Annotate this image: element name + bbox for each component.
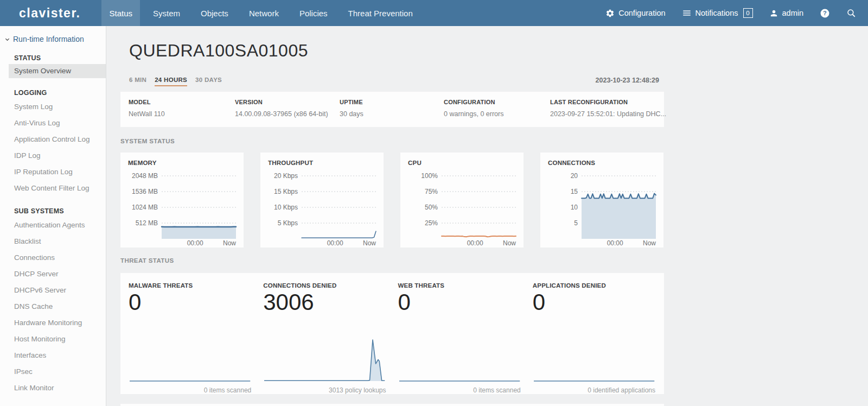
threat-panel-malware-threats: MALWARE THREATS00 items scanned [129,282,251,394]
notifications-button[interactable]: Notifications 0 [682,8,753,18]
sidebar-item-system-log[interactable]: System Log [0,99,106,115]
chevron-down-icon [4,36,10,42]
sidebar-item-ip-reputation-log[interactable]: IP Reputation Log [0,164,106,180]
threat-value: 0 [398,290,521,315]
info-value: 14.00.09.08-37965 (x86 64-bit) [235,110,340,118]
sidebar-item-host-monitoring[interactable]: Host Monitoring [0,331,106,347]
info-cell-last-reconfiguration: LAST RECONFIGURATION2023-09-27 15:52:01:… [550,99,674,127]
sidebar-section-sub-systems: SUB SYSTEMS [14,207,106,215]
info-label: LAST RECONFIGURATION [550,99,674,105]
gear-icon [605,9,615,18]
svg-text:50%: 50% [425,204,438,211]
system-status-section-label: SYSTEM STATUS [120,138,664,144]
notifications-label: Notifications [695,9,738,17]
svg-text:Now: Now [643,239,656,246]
threat-status-panel: MALWARE THREATS00 items scannedCONNECTIO… [120,273,664,394]
info-cell-model: MODELNetWall 110 [129,99,235,127]
help-icon: ? [820,8,830,18]
configuration-button[interactable]: Configuration [605,9,665,18]
info-value: NetWall 110 [129,110,235,118]
svg-text:10: 10 [571,204,578,211]
threat-value: 3006 [263,290,386,315]
threat-panel-web-threats: WEB THREATS00 items scanned [398,282,521,394]
threat-panel-connections-denied: CONNECTIONS DENIED30063013 policy lookup… [263,282,386,394]
device-info-panel: MODELNetWall 110VERSION14.00.09.08-37965… [120,92,664,127]
clavister-logo: clavister. [19,0,80,26]
time-range-tabs: 6 MIN24 HOURS30 DAYS 2023-10-23 12:48:29 [129,77,664,86]
sidebar-item-authentication-agents[interactable]: Authentication Agents [0,217,106,233]
time-range-tab-24-hours[interactable]: 24 HOURS [155,77,187,86]
info-cell-version: VERSION14.00.09.08-37965 (x86 64-bit) [235,99,340,127]
svg-text:15: 15 [571,188,578,195]
time-range-tab-group: 6 MIN24 HOURS30 DAYS [129,77,230,86]
nav-item-status[interactable]: Status [101,0,140,26]
sidebar-item-link-monitor[interactable]: Link Monitor [0,380,106,396]
navbar-right: Configuration Notifications 0 admin ? [605,0,856,26]
page-title: QUEDRA100SA01005 [129,41,664,61]
sidebar-item-interfaces[interactable]: Interfaces [0,347,106,364]
sidebar-item-system-overview[interactable]: System Overview [9,64,106,78]
sidebar-section-status: STATUS [14,54,106,62]
chart-title: CONNECTIONS [548,160,663,166]
sidebar-item-dhcp-server[interactable]: DHCP Server [0,266,106,282]
svg-text:20 Kbps: 20 Kbps [274,172,298,180]
sidebar-item-idp-log[interactable]: IDP Log [0,148,106,164]
nav-item-objects[interactable]: Objects [193,0,236,26]
help-button[interactable]: ? [820,8,830,18]
threat-value: 0 [129,290,251,315]
system-chart-cpu: CPU100%75%50%25%00:00Now [400,153,524,248]
nav-item-threat-prevention[interactable]: Threat Prevention [341,0,420,26]
search-icon [846,8,856,18]
svg-text:1024 MB: 1024 MB [132,204,158,211]
web-threats-sparkline [398,335,521,385]
svg-text:00:00: 00:00 [187,239,203,246]
applications-denied-sparkline [533,335,655,385]
info-cell-uptime: UPTIME30 days [340,99,444,127]
svg-text:20: 20 [571,172,578,180]
sidebar-item-connections[interactable]: Connections [0,250,106,266]
sidebar-item-hardware-monitoring[interactable]: Hardware Monitoring [0,315,106,331]
threat-status-section-label: THREAT STATUS [120,257,664,264]
time-range-tab-6-min[interactable]: 6 MIN [129,77,146,86]
sidebar-item-anti-virus-log[interactable]: Anti-Virus Log [0,115,106,131]
svg-text:Now: Now [223,239,236,246]
threat-panel-applications-denied: APPLICATIONS DENIED00 identified applica… [533,282,655,394]
sidebar-root-runtime-information[interactable]: Run-time Information [4,35,106,43]
system-chart-memory: MEMORY2048 MB1536 MB1024 MB512 MB00:00No… [120,153,244,248]
sidebar-item-ipsec[interactable]: IPsec [0,364,106,380]
system-status-charts: MEMORY2048 MB1536 MB1024 MB512 MB00:00No… [120,153,664,248]
sidebar-item-application-control-log[interactable]: Application Control Log [0,131,106,148]
time-range-tab-30-days[interactable]: 30 DAYS [195,77,222,86]
threat-caption: 0 items scanned [129,386,251,394]
sidebar-section-logging: LOGGING [14,89,106,97]
sidebar-item-blacklist[interactable]: Blacklist [0,233,106,250]
sidebar-item-web-content-filter-log[interactable]: Web Content Filter Log [0,180,106,196]
main-content: QUEDRA100SA01005 6 MIN24 HOURS30 DAYS 20… [107,26,868,406]
info-value: 30 days [340,110,444,118]
info-value: 2023-09-27 15:52:01: Updating DHC... [550,110,674,118]
connections-chart-svg: 201510500:00Now [547,168,658,246]
system-chart-throughput: THROUGHPUT20 Kbps15 Kbps10 Kbps5 Kbps00:… [260,153,384,248]
menu-lines-icon [682,8,692,18]
info-label: MODEL [129,99,235,105]
chart-title: THROUGHPUT [268,160,384,166]
user-menu-button[interactable]: admin [769,9,804,18]
person-icon [769,9,778,18]
nav-item-system[interactable]: System [145,0,188,26]
search-button[interactable] [846,8,856,18]
sidebar-item-dhcpv6-server[interactable]: DHCPv6 Server [0,282,106,299]
svg-text:Now: Now [363,239,376,246]
user-label: admin [782,9,804,17]
nav-item-network[interactable]: Network [241,0,286,26]
sidebar-item-dns-cache[interactable]: DNS Cache [0,299,106,315]
svg-text:00:00: 00:00 [467,239,483,246]
svg-text:2048 MB: 2048 MB [132,172,158,180]
throughput-chart-svg: 20 Kbps15 Kbps10 Kbps5 Kbps00:00Now [267,168,378,246]
svg-text:10 Kbps: 10 Kbps [274,204,298,211]
nav-item-policies[interactable]: Policies [292,0,335,26]
threat-value: 0 [533,290,655,315]
svg-text:00:00: 00:00 [607,239,623,246]
info-label: CONFIGURATION [444,99,550,105]
memory-chart-svg: 2048 MB1536 MB1024 MB512 MB00:00Now [127,168,238,246]
info-label: UPTIME [340,99,444,105]
